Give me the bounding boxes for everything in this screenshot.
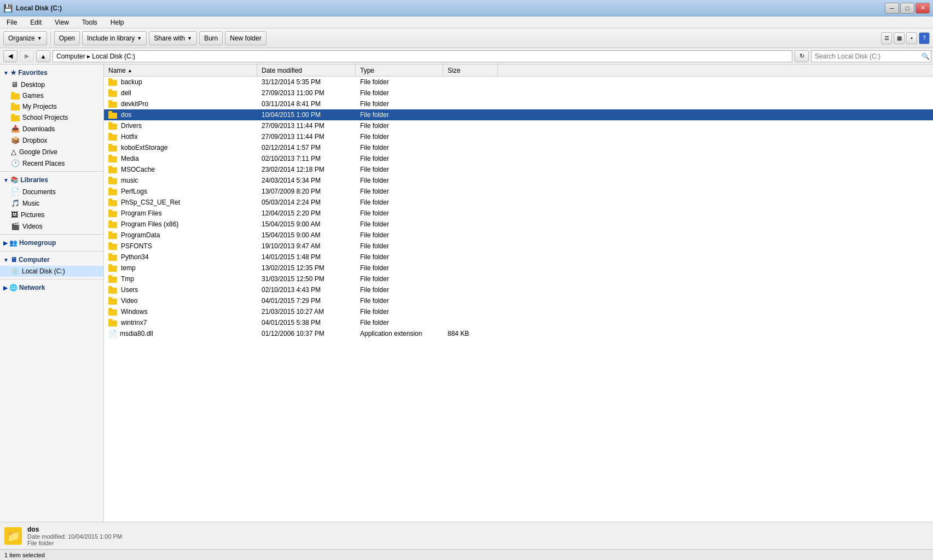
- file-row[interactable]: 📄msdia80.dll01/12/2006 10:37 PMApplicati…: [104, 328, 933, 339]
- file-row[interactable]: PerfLogs13/07/2009 8:20 PMFile folder: [104, 186, 933, 197]
- file-row[interactable]: dell27/09/2013 11:00 PMFile folder: [104, 88, 933, 98]
- file-name-cell: Tmp: [104, 275, 257, 283]
- file-name-cell: Program Files (x86): [104, 220, 257, 228]
- help-button[interactable]: ?: [919, 32, 930, 44]
- minimize-button[interactable]: ─: [885, 3, 899, 14]
- file-row[interactable]: temp13/02/2015 12:35 PMFile folder: [104, 262, 933, 273]
- menu-file[interactable]: File: [2, 18, 21, 27]
- col-header-name[interactable]: Name ▲: [104, 65, 257, 76]
- documents-label: Documents: [22, 188, 56, 196]
- homegroup-section[interactable]: ▶ 👥 Homegroup: [0, 237, 103, 249]
- file-date-cell: 04/01/2015 5:38 PM: [257, 319, 356, 326]
- file-name-text: Media: [121, 155, 139, 162]
- back-button[interactable]: ◀: [3, 50, 18, 62]
- burn-button[interactable]: Burn: [199, 31, 223, 45]
- sidebar-item-documents[interactable]: 📄 Documents: [0, 186, 103, 197]
- file-row[interactable]: Users02/10/2013 4:43 PMFile folder: [104, 284, 933, 295]
- sidebar-item-desktop[interactable]: 🖥 Desktop: [0, 79, 103, 90]
- sidebar-item-myprojects[interactable]: My Projects: [0, 101, 103, 112]
- file-row[interactable]: Video04/01/2015 7:29 PMFile folder: [104, 295, 933, 306]
- pictures-icon: 🖼: [11, 211, 18, 219]
- file-row[interactable]: PSFONTS19/10/2013 9:47 AMFile folder: [104, 241, 933, 252]
- up-button[interactable]: ▲: [36, 50, 50, 62]
- sidebar-item-games[interactable]: Games: [0, 90, 103, 101]
- file-list[interactable]: backup31/12/2014 5:35 PMFile folder dell…: [104, 77, 933, 522]
- libraries-section[interactable]: ▼ 📚 Libraries: [0, 174, 103, 186]
- include-in-library-button[interactable]: Include in library ▼: [82, 31, 147, 45]
- file-row[interactable]: wintrinx704/01/2015 5:38 PMFile folder: [104, 317, 933, 328]
- file-name-cell: PerfLogs: [104, 188, 257, 195]
- col-header-size[interactable]: Size: [443, 65, 498, 76]
- file-row[interactable]: Windows21/03/2015 10:27 AMFile folder: [104, 306, 933, 317]
- refresh-button[interactable]: ↻: [795, 50, 809, 62]
- organize-button[interactable]: Organize ▼: [3, 31, 47, 45]
- file-row[interactable]: ProgramData15/04/2015 9:00 AMFile folder: [104, 230, 933, 241]
- col-header-type[interactable]: Type: [356, 65, 443, 76]
- svg-rect-15: [108, 155, 112, 158]
- col-header-date[interactable]: Date modified: [257, 65, 356, 76]
- file-row[interactable]: backup31/12/2014 5:35 PMFile folder: [104, 77, 933, 88]
- file-type-cell: File folder: [356, 275, 443, 283]
- network-section[interactable]: ▶ 🌐 Network: [0, 282, 103, 294]
- sidebar-divider-2: [0, 234, 103, 235]
- status-count: 1 item selected: [4, 552, 45, 558]
- file-row[interactable]: PhSp_CS2_UE_Ret05/03/2014 2:24 PMFile fo…: [104, 197, 933, 208]
- file-row[interactable]: Program Files12/04/2015 2:20 PMFile fold…: [104, 208, 933, 219]
- file-row[interactable]: Tmp31/03/2015 12:50 PMFile folder: [104, 273, 933, 284]
- open-button[interactable]: Open: [54, 31, 80, 45]
- computer-section[interactable]: ▼ 🖥 Computer: [0, 254, 103, 266]
- organize-dropdown-icon: ▼: [37, 36, 42, 41]
- file-name-cell: Program Files: [104, 209, 257, 217]
- share-with-button[interactable]: Share with ▼: [149, 31, 197, 45]
- file-row[interactable]: music24/03/2014 5:34 PMFile folder: [104, 175, 933, 186]
- folder-icon: [108, 264, 117, 272]
- view-tiles-button[interactable]: ▪: [906, 32, 917, 44]
- sidebar-item-pictures[interactable]: 🖼 Pictures: [0, 209, 103, 220]
- music-icon: 🎵: [11, 199, 20, 207]
- menu-view[interactable]: View: [50, 18, 73, 27]
- svg-rect-25: [108, 209, 112, 212]
- file-row[interactable]: devkitPro03/11/2014 8:41 PMFile folder: [104, 98, 933, 109]
- file-icon: 📄: [108, 330, 117, 338]
- new-folder-button[interactable]: New folder: [225, 31, 266, 45]
- file-date-cell: 27/09/2013 11:44 PM: [257, 133, 356, 141]
- folder-icon: [108, 133, 117, 141]
- file-name-cell: Python34: [104, 253, 257, 261]
- sidebar-item-dropbox[interactable]: 📦 Dropbox: [0, 135, 103, 146]
- sidebar: ▼ ★ Favorites 🖥 Desktop Games My Project…: [0, 65, 104, 522]
- svg-rect-21: [108, 188, 112, 190]
- sidebar-item-schoolprojects[interactable]: School Projects: [0, 112, 103, 123]
- file-row[interactable]: MSOCache23/02/2014 12:18 PMFile folder: [104, 164, 933, 175]
- view-details-button[interactable]: ▦: [894, 32, 905, 44]
- file-row[interactable]: Media02/10/2013 7:11 PMFile folder: [104, 153, 933, 164]
- search-input[interactable]: [811, 50, 931, 62]
- menu-edit[interactable]: Edit: [26, 18, 46, 27]
- sidebar-item-music[interactable]: 🎵 Music: [0, 197, 103, 209]
- file-row[interactable]: Hotfix27/09/2013 11:44 PMFile folder: [104, 131, 933, 142]
- status-bar: 📁 dos Date modified: 10/04/2015 1:00 PM …: [0, 522, 933, 549]
- address-path[interactable]: Computer ▸ Local Disk (C:): [53, 50, 792, 62]
- sidebar-item-videos[interactable]: 🎬 Videos: [0, 220, 103, 232]
- menu-help[interactable]: Help: [106, 18, 129, 27]
- file-date-cell: 23/02/2014 12:18 PM: [257, 166, 356, 173]
- file-date-cell: 14/01/2015 1:48 PM: [257, 253, 356, 261]
- file-name-cell: temp: [104, 264, 257, 272]
- sidebar-item-recentplaces[interactable]: 🕐 Recent Places: [0, 158, 103, 169]
- file-row[interactable]: Drivers27/09/2013 11:44 PMFile folder: [104, 120, 933, 131]
- maximize-button[interactable]: □: [900, 3, 914, 14]
- close-button[interactable]: ✕: [915, 3, 930, 14]
- libraries-chevron: ▼: [3, 177, 9, 183]
- view-list-button[interactable]: ☰: [881, 32, 892, 44]
- file-row[interactable]: Python3414/01/2015 1:48 PMFile folder: [104, 252, 933, 262]
- file-row[interactable]: Program Files (x86)15/04/2015 9:00 AMFil…: [104, 219, 933, 230]
- favorites-section[interactable]: ▼ ★ Favorites: [0, 67, 103, 79]
- file-row[interactable]: koboExtStorage02/12/2014 1:57 PMFile fol…: [104, 142, 933, 153]
- sidebar-item-downloads[interactable]: 📥 Downloads: [0, 123, 103, 135]
- menu-tools[interactable]: Tools: [78, 18, 102, 27]
- file-row[interactable]: dos10/04/2015 1:00 PMFile folder: [104, 109, 933, 120]
- forward-button[interactable]: ▶: [20, 50, 34, 62]
- sidebar-item-localdisk[interactable]: 💿 Local Disk (C:): [0, 266, 103, 277]
- pictures-label: Pictures: [21, 211, 44, 219]
- sidebar-item-googledrive[interactable]: △ Google Drive: [0, 146, 103, 158]
- sidebar-divider-1: [0, 171, 103, 172]
